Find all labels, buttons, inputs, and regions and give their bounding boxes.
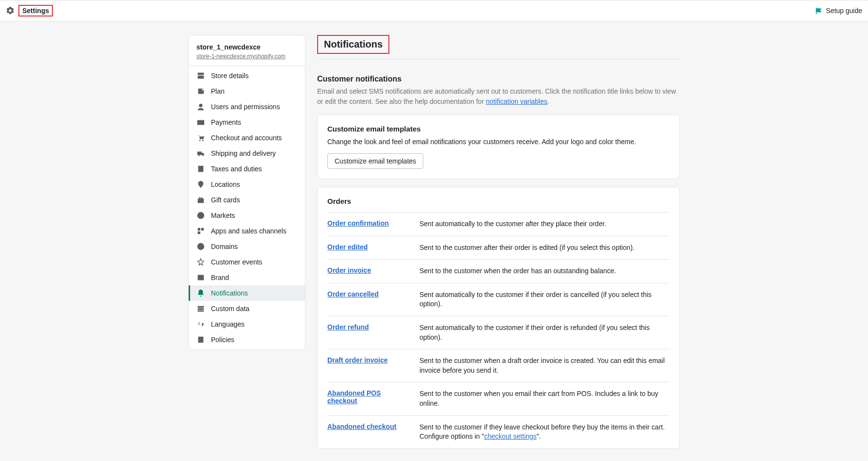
svg-rect-9 [198, 198, 204, 203]
sidebar-item-label: Plan [211, 87, 225, 95]
page-title-wrap: Notifications [317, 35, 680, 59]
svg-rect-15 [198, 275, 204, 280]
notification-link[interactable]: Order edited [327, 243, 368, 251]
notification-row: Abandoned checkoutSent to the customer i… [327, 415, 670, 448]
svg-rect-19 [198, 311, 204, 312]
svg-rect-1 [197, 120, 204, 125]
sidebar-item-store-details[interactable]: Store details [189, 68, 305, 83]
notification-link[interactable]: Draft order invoice [327, 356, 387, 364]
sidebar-item-languages[interactable]: Languages [189, 316, 305, 332]
store-name: store_1_newcdexce [196, 43, 297, 51]
languages-icon [196, 320, 205, 329]
store-url[interactable]: store-1-newcdexce.myshopify.com [196, 53, 286, 60]
sidebar-item-label: Users and permissions [211, 103, 280, 111]
customize-templates-card: Customize email templates Change the loo… [317, 115, 680, 179]
intro-heading: Customer notifications [317, 75, 680, 83]
sidebar-item-label: Custom data [211, 305, 249, 313]
gift-cards-icon [196, 196, 205, 204]
sidebar-item-notifications[interactable]: Notifications [189, 285, 305, 301]
sidebar-item-plan[interactable]: Plan [189, 83, 305, 99]
svg-point-16 [199, 276, 200, 278]
brand-icon [196, 273, 205, 282]
svg-rect-11 [198, 228, 200, 230]
setup-guide-label: Setup guide [826, 7, 862, 15]
page-title: Notifications [317, 35, 389, 54]
sidebar-item-label: Checkout and accounts [211, 134, 282, 142]
notification-desc: Sent to the customer when you email thei… [419, 389, 670, 408]
orders-heading: Orders [327, 197, 670, 205]
notification-desc: Sent to the customer when a draft order … [419, 356, 670, 375]
sidebar-item-brand[interactable]: Brand [189, 270, 305, 285]
gear-icon [6, 6, 15, 15]
notification-desc: Sent to the customer after their order i… [419, 243, 635, 253]
sidebar-item-apps[interactable]: Apps and sales channels [189, 223, 305, 239]
sidebar-item-label: Gift cards [211, 196, 240, 204]
sidebar-item-label: Payments [211, 118, 241, 126]
sidebar-item-label: Shipping and delivery [211, 149, 276, 157]
main-content: Notifications Customer notifications Ema… [317, 35, 680, 449]
notification-row: Draft order invoiceSent to the customer … [327, 349, 670, 382]
taxes-icon [196, 165, 205, 173]
notification-variables-link[interactable]: notification variables [486, 98, 547, 105]
notification-desc: Sent to the customer if they leave check… [419, 423, 670, 442]
customer-events-icon [196, 258, 205, 266]
sidebar-item-payments[interactable]: Payments [189, 115, 305, 130]
store-details-icon [196, 71, 205, 80]
sidebar-item-customer-events[interactable]: Customer events [189, 254, 305, 270]
flag-icon [815, 7, 823, 15]
svg-rect-17 [198, 306, 204, 308]
setup-guide-button[interactable]: Setup guide [815, 7, 862, 15]
notification-link[interactable]: Order confirmation [327, 219, 389, 227]
notification-desc: Sent automatically to the customer after… [419, 219, 606, 229]
store-block: store_1_newcdexce store-1-newcdexce.mysh… [189, 35, 305, 66]
notification-link[interactable]: Order refund [327, 323, 369, 331]
sidebar-item-users[interactable]: Users and permissions [189, 99, 305, 115]
notification-link[interactable]: Order cancelled [327, 290, 379, 298]
orders-card: Orders Order confirmationSent automatica… [317, 187, 680, 449]
payments-icon [196, 118, 205, 127]
sidebar-item-label: Markets [211, 212, 235, 219]
topbar: Settings Setup guide [0, 0, 868, 21]
sidebar-item-markets[interactable]: Markets [189, 208, 305, 223]
notifications-icon [196, 289, 205, 297]
svg-rect-7 [198, 166, 204, 172]
sidebar-item-shipping[interactable]: Shipping and delivery [189, 146, 305, 161]
sidebar-item-checkout[interactable]: Checkout and accounts [189, 130, 305, 146]
settings-nav: Store detailsPlanUsers and permissionsPa… [189, 66, 305, 349]
sidebar-item-gift-cards[interactable]: Gift cards [189, 192, 305, 208]
notification-link[interactable]: Order invoice [327, 266, 371, 274]
locations-icon [196, 180, 205, 189]
sidebar-item-custom-data[interactable]: Custom data [189, 301, 305, 316]
sidebar-item-label: Languages [211, 320, 244, 328]
markets-icon [196, 211, 205, 220]
checkout-settings-link[interactable]: checkout settings [484, 432, 536, 440]
svg-point-8 [200, 182, 202, 184]
notification-row: Order cancelledSent automatically to the… [327, 283, 670, 316]
svg-rect-18 [198, 308, 204, 310]
custom-data-icon [196, 304, 205, 313]
notification-row: Abandoned POS checkoutSent to the custom… [327, 382, 670, 415]
sidebar-item-label: Domains [211, 243, 238, 250]
svg-rect-4 [197, 151, 202, 155]
notification-link[interactable]: Abandoned checkout [327, 423, 396, 430]
checkout-icon [196, 133, 205, 142]
plan-icon [196, 87, 205, 96]
users-icon [196, 102, 205, 111]
svg-point-5 [198, 155, 200, 156]
customize-templates-button[interactable]: Customize email templates [327, 153, 423, 169]
settings-title[interactable]: Settings [18, 5, 53, 16]
sidebar-item-label: Notifications [211, 289, 248, 297]
sidebar-item-locations[interactable]: Locations [189, 177, 305, 192]
customize-heading: Customize email templates [327, 125, 670, 133]
sidebar-item-domains[interactable]: Domains [189, 239, 305, 254]
svg-rect-12 [201, 228, 204, 230]
notification-link[interactable]: Abandoned POS checkout [327, 389, 381, 405]
sidebar-item-taxes[interactable]: Taxes and duties [189, 161, 305, 177]
policies-icon [196, 335, 205, 344]
shipping-icon [196, 149, 205, 158]
svg-rect-20 [198, 337, 204, 343]
notification-row: Order editedSent to the customer after t… [327, 236, 670, 260]
sidebar-item-policies[interactable]: Policies [189, 332, 305, 347]
notification-desc: Sent automatically to the customer if th… [419, 290, 670, 309]
notification-row: Order invoiceSent to the customer when t… [327, 259, 670, 283]
